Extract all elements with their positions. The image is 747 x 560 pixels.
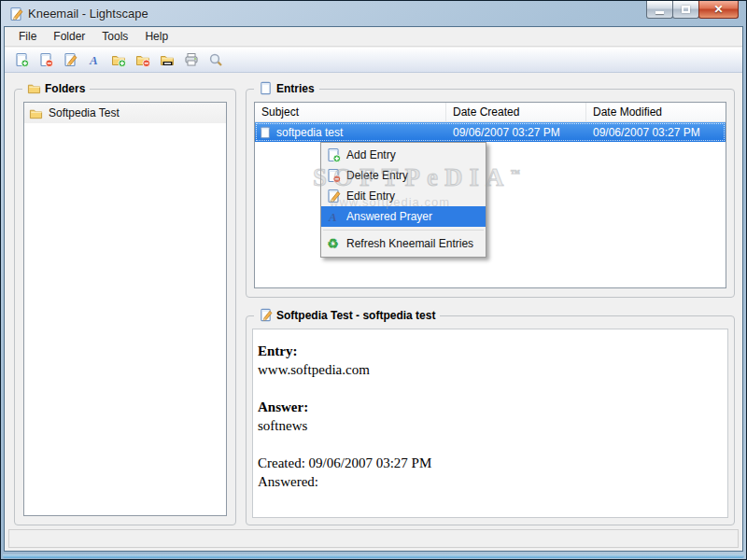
edit-entry-button[interactable] <box>58 49 82 71</box>
menu-item-label: Delete Entry <box>346 169 408 182</box>
folders-panel: Folders Softpedia Test <box>14 89 236 525</box>
doc-minus-icon <box>325 168 341 183</box>
app-icon <box>8 7 23 21</box>
menu-help[interactable]: Help <box>136 28 176 45</box>
answer-value: softnews <box>258 418 307 433</box>
answered-prayer-button[interactable]: A <box>82 49 106 71</box>
minimize-button[interactable] <box>646 1 673 19</box>
entry-label: Entry: <box>258 343 298 358</box>
context-menu-item-edit-entry[interactable]: Edit Entry <box>321 186 486 206</box>
menu-item-label: Add Entry <box>346 148 396 161</box>
entries-panel: Entries Subject Date Created Date Modifi… <box>246 89 735 298</box>
toolbar: A <box>5 48 742 73</box>
printer-icon <box>184 52 199 67</box>
window-frame: Kneemail - Lightscape ✕ File Folder Tool… <box>1 1 746 559</box>
add-folder-button[interactable] <box>106 49 131 71</box>
folder-item-label: Softpedia Test <box>49 106 120 119</box>
doc-plus-icon <box>14 52 29 67</box>
menu-item-label: Answered Prayer <box>346 210 432 223</box>
window-controls: ✕ <box>647 1 739 19</box>
context-menu-item-answered-prayer[interactable]: A Answered Prayer <box>321 206 486 227</box>
folder-minus-icon <box>135 52 150 67</box>
rename-folder-button[interactable] <box>155 49 179 71</box>
doc-pencil-icon <box>63 52 78 67</box>
doc-pencil-icon <box>325 189 341 203</box>
menu-item-label: Refresh Kneemail Entries <box>346 237 473 250</box>
client-area: File Folder Tools Help A <box>4 26 743 552</box>
add-entry-button[interactable] <box>9 49 34 71</box>
context-menu: Add Entry Delete Entry Edit Entry A <box>320 142 486 258</box>
created-line: Created: 09/06/2007 03:27 PM <box>258 455 431 470</box>
context-menu-item-refresh[interactable]: ♻ Refresh Kneemail Entries <box>321 233 486 254</box>
menubar: File Folder Tools Help <box>5 27 742 47</box>
close-icon: ✕ <box>713 3 723 16</box>
print-button[interactable] <box>179 49 204 71</box>
app-window: Kneemail - Lightscape ✕ File Folder Tool… <box>0 0 747 560</box>
entry-value[interactable]: www.softpedia.com <box>258 362 370 377</box>
entries-panel-header: Entries <box>254 81 319 95</box>
window-title: Kneemail - Lightscape <box>28 7 148 21</box>
folder-plus-icon <box>111 52 126 67</box>
table-row[interactable]: softpedia test 09/06/2007 03:27 PM 09/06… <box>255 122 726 142</box>
letter-a-icon: A <box>325 209 341 224</box>
minimize-icon <box>655 11 664 14</box>
doc-minus-icon <box>38 52 53 67</box>
detail-panel-title: Softpedia Test - softpedia test <box>276 309 435 322</box>
detail-panel-header: Softpedia Test - softpedia test <box>254 308 440 322</box>
column-header-date-created[interactable]: Date Created <box>446 103 586 121</box>
row-subject: softpedia test <box>276 126 343 139</box>
entries-panel-title: Entries <box>276 82 315 95</box>
menu-separator <box>323 230 484 231</box>
context-menu-item-delete-entry[interactable]: Delete Entry <box>321 165 486 186</box>
refresh-icon: ♻ <box>325 236 341 251</box>
detail-content: Entry: www.softpedia.com Answer: softnew… <box>252 329 728 518</box>
delete-entry-button[interactable] <box>34 49 58 71</box>
folders-list[interactable]: Softpedia Test <box>23 102 227 516</box>
detail-panel: Softpedia Test - softpedia test Entry: w… <box>246 315 735 525</box>
folders-panel-header: Folders <box>22 81 90 95</box>
column-header-date-modified[interactable]: Date Modified <box>586 103 726 121</box>
row-date-modified: 09/06/2007 03:27 PM <box>586 122 726 142</box>
search-button[interactable] <box>204 49 228 71</box>
folder-rename-icon <box>160 52 175 67</box>
entries-table-header: Subject Date Created Date Modified <box>255 103 726 122</box>
doc-pencil-icon <box>259 308 273 322</box>
folder-list-item[interactable]: Softpedia Test <box>24 103 226 123</box>
svg-text:A: A <box>89 53 98 67</box>
folder-icon <box>29 106 43 120</box>
close-button[interactable]: ✕ <box>698 1 739 19</box>
status-bar <box>8 529 739 548</box>
maximize-icon <box>682 6 690 13</box>
answer-label: Answer: <box>258 399 308 414</box>
doc-plus-icon <box>325 147 341 162</box>
document-icon <box>259 126 272 139</box>
search-icon <box>208 52 223 67</box>
letter-a-icon: A <box>87 52 102 67</box>
delete-folder-button[interactable] <box>131 49 155 71</box>
menu-tools[interactable]: Tools <box>93 28 136 45</box>
row-date-created: 09/06/2007 03:27 PM <box>446 122 586 142</box>
folder-icon <box>27 81 41 95</box>
titlebar[interactable]: Kneemail - Lightscape ✕ <box>1 1 746 26</box>
svg-text:A: A <box>328 210 337 224</box>
context-menu-item-add-entry[interactable]: Add Entry <box>321 145 486 165</box>
maximize-button[interactable] <box>672 1 699 19</box>
answered-line: Answered: <box>258 474 318 489</box>
column-header-subject[interactable]: Subject <box>255 103 446 121</box>
menu-item-label: Edit Entry <box>346 189 395 203</box>
folders-panel-title: Folders <box>45 82 85 95</box>
document-icon <box>259 81 273 95</box>
menu-folder[interactable]: Folder <box>45 28 93 45</box>
menu-file[interactable]: File <box>10 28 45 45</box>
